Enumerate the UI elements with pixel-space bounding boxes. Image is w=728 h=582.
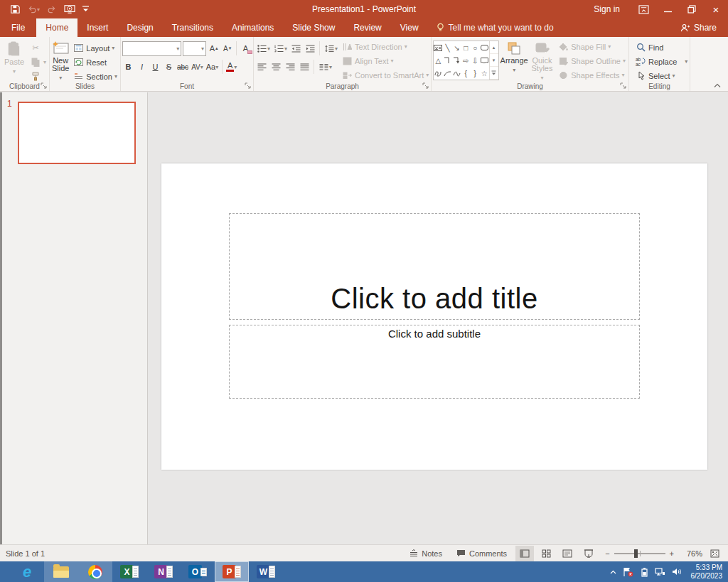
bullets-button[interactable]: ▾ [255,41,271,55]
align-left-button[interactable] [255,60,268,74]
numbering-button[interactable]: ▾ [272,41,288,55]
section-button[interactable]: Section▾ [71,70,119,82]
shape-down-arrow-icon[interactable]: ⇩ [471,54,480,67]
shape-outline-button[interactable]: Shape Outline▾ [556,55,627,67]
undo-dropdown-icon[interactable]: ▾ [37,6,40,13]
taskbar-powerpoint-icon[interactable]: P [215,561,249,582]
taskbar-chrome-icon[interactable] [78,561,112,582]
clipboard-dialog-launcher-icon[interactable] [41,82,48,90]
copy-button[interactable]: ▾ [28,56,48,68]
volume-icon[interactable] [672,567,682,576]
shape-flowchart-document-icon[interactable] [480,54,489,67]
paragraph-dialog-launcher-icon[interactable] [422,82,429,90]
zoom-slider[interactable] [614,553,665,554]
shape-right-arrow-icon[interactable]: ⇨ [461,54,471,67]
shape-arrow-icon[interactable]: ↘ [452,41,461,54]
save-icon[interactable] [10,4,20,14]
underline-button[interactable]: U [149,60,161,74]
shapes-more-icon[interactable] [490,67,498,80]
font-size-combobox[interactable]: ▾ [183,41,206,56]
action-center-flag-icon[interactable] [623,567,633,577]
slide-show-button[interactable] [579,546,598,561]
taskbar-file-explorer-icon[interactable] [44,561,78,582]
sign-in-button[interactable]: Sign in [582,4,631,14]
tab-slide-show[interactable]: Slide Show [283,18,344,37]
shape-left-brace-icon[interactable]: { [461,67,471,80]
clear-formatting-button[interactable]: A [240,41,252,55]
increase-indent-button[interactable] [304,41,316,55]
share-button[interactable]: Share [669,18,728,37]
tab-insert[interactable]: Insert [77,18,117,37]
decrease-indent-button[interactable] [289,41,302,55]
shape-star-icon[interactable]: ☆ [480,67,489,80]
close-button[interactable]: × [704,0,728,18]
quick-styles-button[interactable]: Quick Styles ▾ [530,39,555,82]
font-color-button[interactable]: A ▾ [225,60,237,74]
strikethrough-abc-button[interactable]: abc [176,60,189,74]
tab-home[interactable]: Home [36,18,77,37]
new-slide-button[interactable]: New Slide ▾ [51,39,70,82]
reading-view-button[interactable] [558,546,577,561]
network-icon[interactable] [655,567,665,576]
ribbon-display-options-icon[interactable] [631,0,655,18]
shape-text-box-icon[interactable] [434,41,443,54]
slide-indicator[interactable]: Slide 1 of 1 [0,549,45,558]
shape-line-icon[interactable]: ╲ [443,41,452,54]
taskbar-internet-explorer-icon[interactable]: e [10,561,44,582]
paste-button[interactable]: Paste ▾ [1,39,27,82]
shape-rounded-rectangle-icon[interactable] [480,41,489,54]
tab-view[interactable]: View [391,18,428,37]
justify-button[interactable] [298,60,311,74]
shape-triangle-icon[interactable]: △ [434,54,443,67]
shape-curve-icon[interactable] [452,67,461,80]
line-spacing-button[interactable]: ▾ [323,41,338,55]
fit-slide-to-window-button[interactable] [705,546,724,561]
bold-button[interactable]: B [122,60,134,74]
tab-file[interactable]: File [0,18,36,37]
shape-effects-button[interactable]: Shape Effects▾ [556,69,627,81]
slide-canvas[interactable]: Click to add title Click to add subtitle [161,163,707,470]
undo-icon[interactable]: ▾ [27,5,40,14]
shrink-font-button[interactable]: A▾ [221,41,233,55]
shape-right-brace-icon[interactable]: } [471,67,480,80]
shapes-scroll-down-icon[interactable]: ▾ [490,54,498,67]
tab-review[interactable]: Review [344,18,390,37]
minimize-button[interactable] [655,0,680,18]
strikethrough-button[interactable]: S [163,60,175,74]
slide-thumbnail[interactable] [18,102,136,164]
shape-elbow-connector-icon[interactable] [443,54,452,67]
notes-button[interactable]: Notes [404,545,448,562]
columns-button[interactable]: ▾ [317,60,333,74]
shape-freeform-scribble-icon[interactable] [434,67,443,80]
drawing-dialog-launcher-icon[interactable] [620,82,627,90]
find-button[interactable]: Find [633,41,685,53]
title-placeholder[interactable]: Click to add title [229,213,640,320]
taskbar-word-icon[interactable]: W [249,561,283,582]
align-text-button[interactable]: Align Text▾ [340,55,430,67]
font-name-combobox[interactable]: ▾ [122,41,181,56]
select-button[interactable]: Select▾ [633,70,685,82]
shape-elbow-arrow-connector-icon[interactable] [452,54,461,67]
tab-design[interactable]: Design [117,18,162,37]
tab-transitions[interactable]: Transitions [163,18,223,37]
zoom-out-button[interactable]: − [605,549,609,558]
tell-me-box[interactable]: Tell me what you want to do [428,18,562,37]
taskbar-excel-icon[interactable]: X [112,561,146,582]
font-name-dropdown-icon[interactable]: ▾ [176,45,179,52]
zoom-slider-thumb[interactable] [634,549,638,558]
slide-sorter-view-button[interactable] [537,546,555,561]
new-slide-dropdown-icon[interactable]: ▾ [59,74,62,82]
taskbar-outlook-icon[interactable]: O [181,561,215,582]
shapes-scroll-up-icon[interactable]: ▴ [490,41,498,54]
font-size-dropdown-icon[interactable]: ▾ [201,45,204,52]
customize-qat-icon[interactable] [82,6,89,13]
grow-font-button[interactable]: A▴ [208,41,220,55]
zoom-in-button[interactable]: + [670,549,674,558]
font-dialog-launcher-icon[interactable] [245,82,252,90]
layout-button[interactable]: Layout▾ [71,42,119,54]
shape-fill-button[interactable]: Shape Fill▾ [556,41,627,53]
paste-dropdown-icon[interactable]: ▾ [13,68,16,75]
battery-icon[interactable] [640,567,648,577]
normal-view-button[interactable] [515,546,534,561]
tab-animations[interactable]: Animations [223,18,283,37]
